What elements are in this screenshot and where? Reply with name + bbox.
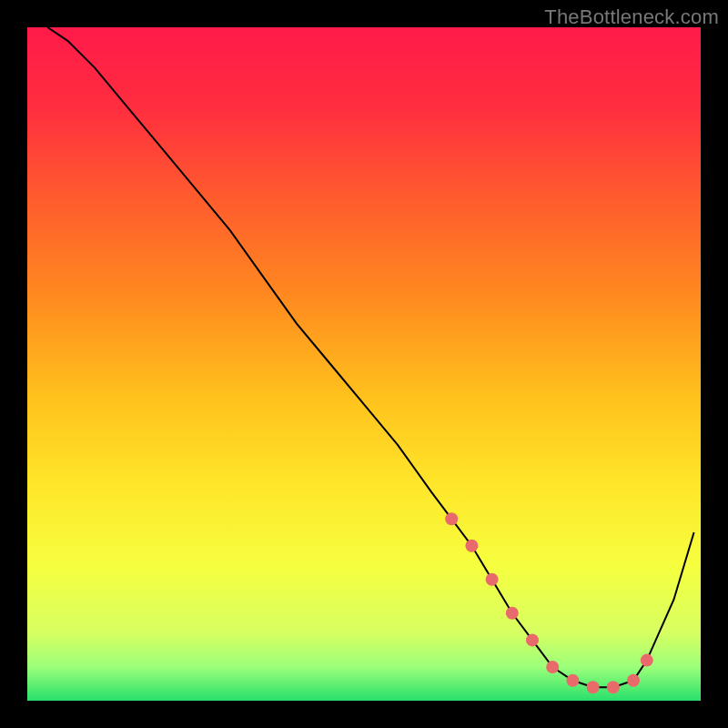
curve-marker — [566, 674, 579, 687]
curve-marker — [506, 607, 519, 620]
curve-marker — [445, 512, 458, 525]
curve-marker — [486, 573, 499, 586]
curve-marker — [546, 661, 559, 673]
curve-marker — [627, 674, 640, 687]
attribution-text: TheBottleneck.com — [544, 5, 719, 29]
curve-marker — [526, 633, 539, 646]
curve-marker — [641, 654, 653, 667]
bottleneck-curve-chart — [27, 27, 701, 701]
curve-marker — [465, 540, 478, 552]
gradient-background — [27, 27, 701, 701]
curve-marker — [587, 681, 600, 693]
chart-frame: TheBottleneck.com — [0, 0, 728, 728]
curve-marker — [607, 681, 620, 693]
